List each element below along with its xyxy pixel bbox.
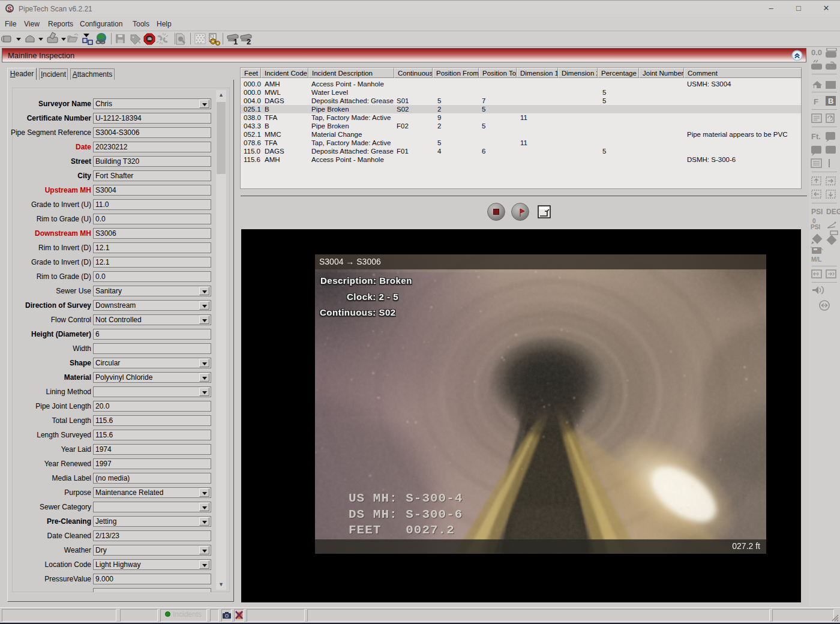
svg-text:Ft.: Ft. [811,132,821,141]
svg-text:DEG: DEG [826,208,840,216]
svg-text:F: F [814,97,818,106]
svg-text:0.0: 0.0 [811,48,822,57]
svg-text:M/L: M/L [811,256,821,263]
svg-text:PSI: PSI [811,224,820,230]
svg-text:2: 2 [247,37,251,46]
svg-text:PSI: PSI [811,208,823,216]
svg-text:1: 1 [233,37,238,46]
svg-text:B: B [828,97,833,106]
